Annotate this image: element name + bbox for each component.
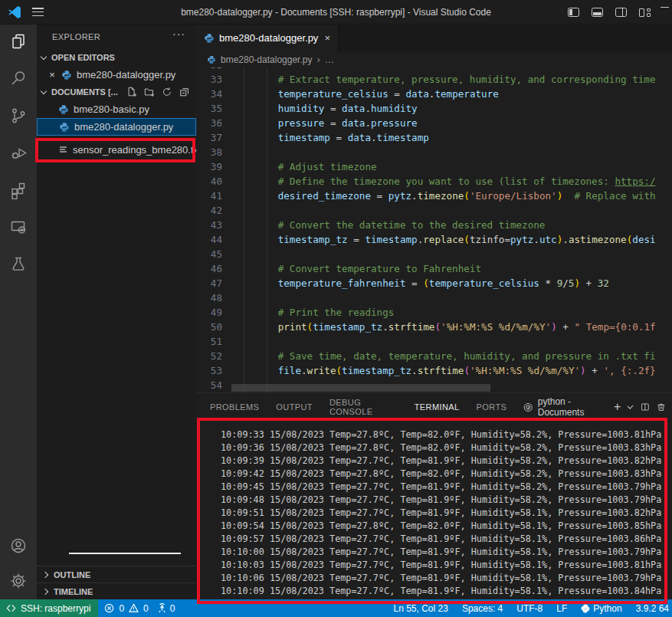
code-line: 45 bbox=[196, 247, 672, 261]
radio-tower-icon bbox=[157, 603, 167, 613]
activity-bar bbox=[0, 25, 37, 599]
interpreter-version[interactable]: 3.9.2 64 bbox=[632, 603, 669, 614]
tab-output[interactable]: OUTPUT bbox=[276, 393, 313, 421]
explorer-header: EXPLORER ··· bbox=[37, 25, 196, 49]
open-editors-section-header[interactable]: OPEN EDITORS bbox=[37, 49, 196, 66]
editor-tab-bar: bme280-datalogger.py × bbox=[196, 25, 672, 51]
documents-actions bbox=[126, 87, 190, 97]
bottom-panel: PROBLEMS OUTPUT DEBUG CONSOLE TERMINAL P… bbox=[196, 392, 672, 599]
panel-tab-bar: PROBLEMS OUTPUT DEBUG CONSOLE TERMINAL P… bbox=[196, 393, 672, 421]
breadcrumb: bme280-datalogger.py › … bbox=[196, 51, 672, 67]
titlebar-layout-controls bbox=[568, 0, 651, 25]
extensions-icon[interactable] bbox=[9, 181, 28, 199]
terminal-env-selector[interactable]: python - Documents bbox=[523, 396, 606, 418]
chevron-right-icon bbox=[42, 588, 48, 594]
collapse-all-icon[interactable] bbox=[179, 87, 190, 97]
remote-icon bbox=[6, 603, 16, 613]
problems-summary[interactable]: 0 0 bbox=[104, 603, 148, 614]
error-icon bbox=[104, 603, 114, 613]
language-mode[interactable]: Python bbox=[577, 603, 625, 614]
file-item-bme280-datalogger-selected[interactable]: bme280-datalogger.py bbox=[37, 118, 196, 136]
code-line: 34 temperature_celsius = data.temperatur… bbox=[196, 87, 672, 101]
status-bar: SSH: raspberrypi 0 0 0 Ln 55, Col 23 Spa… bbox=[0, 599, 672, 617]
code-line: 40 # Define the timezone you want to use… bbox=[196, 174, 672, 189]
vscode-window: bme280-datalogger.py - Documents [SSH: r… bbox=[0, 0, 672, 617]
sidebar-explorer: EXPLORER ··· OPEN EDITORS × bme280-datal… bbox=[37, 25, 196, 599]
terminal-output-line: 10:10:09 15/08/2023 Temp=27.7ºC, Temp=81… bbox=[221, 585, 672, 598]
new-terminal-icon[interactable]: + bbox=[614, 401, 621, 413]
tab-problems[interactable]: PROBLEMS bbox=[210, 393, 259, 421]
toggle-sidebar-icon[interactable] bbox=[568, 8, 579, 17]
menu-icon[interactable] bbox=[32, 8, 44, 16]
tab-debug-console[interactable]: DEBUG CONSOLE bbox=[329, 393, 398, 421]
terminal-output-line: 10:09:39 15/08/2023 Temp=27.7ºC, Temp=81… bbox=[221, 455, 672, 468]
terminal-output-line: 10:10:03 15/08/2023 Temp=27.7ºC, Temp=81… bbox=[221, 559, 672, 572]
text-file-icon bbox=[58, 145, 68, 155]
refresh-icon[interactable] bbox=[162, 87, 172, 97]
tab-ports[interactable]: PORTS bbox=[477, 393, 507, 421]
testing-icon[interactable] bbox=[9, 254, 28, 273]
code-editor[interactable]: 3233 # Extract temperature, pressure, hu… bbox=[196, 67, 672, 392]
breadcrumb-separator: › bbox=[316, 54, 320, 65]
explorer-icon[interactable] bbox=[9, 32, 28, 51]
terminal-output-line: 10:09:48 15/08/2023 Temp=27.7ºC, Temp=81… bbox=[221, 494, 672, 507]
source-control-icon[interactable] bbox=[9, 107, 28, 125]
code-line: 47 temperature_fahrenheit = (temperature… bbox=[196, 276, 672, 290]
ports-indicator[interactable]: 0 bbox=[153, 603, 179, 614]
code-line: 37 timestamp = data.timestamp bbox=[196, 130, 672, 145]
minimize-icon[interactable] bbox=[661, 7, 669, 8]
code-line: 38 bbox=[196, 145, 672, 159]
toggle-secondary-sidebar-icon[interactable] bbox=[615, 8, 627, 17]
eol-sequence[interactable]: LF bbox=[552, 603, 571, 614]
statusbar-right: Ln 55, Col 23 Spaces: 4 UTF-8 LF Python … bbox=[389, 603, 672, 614]
python-env-icon bbox=[523, 402, 533, 413]
cursor-position[interactable]: Ln 55, Col 23 bbox=[389, 603, 451, 614]
explorer-more-actions-icon[interactable]: ··· bbox=[172, 28, 185, 40]
terminal-output-line: 10:09:51 15/08/2023 Temp=27.7ºC, Temp=81… bbox=[221, 507, 672, 520]
outline-section-header[interactable]: OUTLINE bbox=[37, 566, 196, 583]
terminal-output-line: 10:09:33 15/08/2023 Temp=27.8ºC, Temp=82… bbox=[221, 428, 672, 441]
code-line: 43 # Convert the datetime to the desired… bbox=[196, 218, 672, 232]
breadcrumb-symbol-more[interactable]: … bbox=[325, 54, 334, 65]
timeline-section-header[interactable]: TIMELINE bbox=[37, 583, 196, 599]
settings-gear-icon[interactable] bbox=[9, 572, 28, 590]
remote-explorer-icon[interactable] bbox=[9, 218, 28, 236]
new-folder-icon[interactable] bbox=[144, 87, 155, 97]
tab-bme280-datalogger[interactable]: bme280-datalogger.py × bbox=[196, 25, 339, 51]
python-file-icon bbox=[207, 55, 216, 64]
open-editor-item[interactable]: × bme280-datalogger.py bbox=[37, 66, 196, 84]
terminal-output-line: 10:09:57 15/08/2023 Temp=27.7ºC, Temp=81… bbox=[221, 533, 672, 546]
terminal-output-line: 10:10:00 15/08/2023 Temp=27.7ºC, Temp=81… bbox=[221, 546, 672, 559]
search-icon[interactable] bbox=[9, 69, 28, 87]
divider-line bbox=[69, 553, 181, 554]
file-item-bme280-basic[interactable]: bme280-basic.py bbox=[37, 100, 196, 118]
horizontal-scrollbar[interactable] bbox=[231, 384, 490, 392]
code-line: 36 pressure = data.pressure bbox=[196, 116, 672, 130]
file-item-sensor-readings-txt[interactable]: sensor_readings_bme280.txt bbox=[37, 141, 196, 159]
close-tab-icon[interactable]: × bbox=[324, 32, 330, 44]
kill-terminal-trash-icon[interactable] bbox=[657, 402, 666, 412]
tab-terminal[interactable]: TERMINAL bbox=[415, 393, 460, 421]
run-debug-icon[interactable] bbox=[9, 143, 28, 162]
terminal-output-line: 10:09:36 15/08/2023 Temp=27.8ºC, Temp=82… bbox=[221, 441, 672, 455]
close-icon[interactable]: × bbox=[48, 69, 57, 80]
customize-layout-icon[interactable] bbox=[639, 8, 651, 18]
remote-indicator[interactable]: SSH: raspberrypi bbox=[0, 599, 98, 617]
terminal-dropdown-icon[interactable] bbox=[628, 403, 634, 409]
python-file-icon bbox=[204, 33, 215, 44]
breadcrumb-file[interactable]: bme280-datalogger.py bbox=[221, 54, 312, 65]
code-line: 42 bbox=[196, 203, 672, 218]
indentation[interactable]: Spaces: 4 bbox=[458, 603, 506, 614]
title-bar: bme280-datalogger.py - Documents [SSH: r… bbox=[0, 0, 672, 25]
toggle-panel-icon[interactable] bbox=[592, 8, 603, 17]
split-terminal-icon[interactable] bbox=[641, 402, 650, 412]
new-file-icon[interactable] bbox=[126, 87, 137, 97]
python-file-icon bbox=[58, 104, 69, 115]
encoding[interactable]: UTF-8 bbox=[513, 603, 546, 614]
python-file-icon bbox=[61, 70, 72, 80]
documents-section-header[interactable]: DOCUMENTS [... bbox=[37, 84, 196, 100]
account-icon[interactable] bbox=[9, 537, 28, 555]
code-line: 51 bbox=[196, 334, 672, 349]
terminal-output[interactable]: 10:09:33 15/08/2023 Temp=27.8ºC, Temp=82… bbox=[196, 421, 672, 600]
code-line: 35 humidity = data.humidity bbox=[196, 101, 672, 116]
